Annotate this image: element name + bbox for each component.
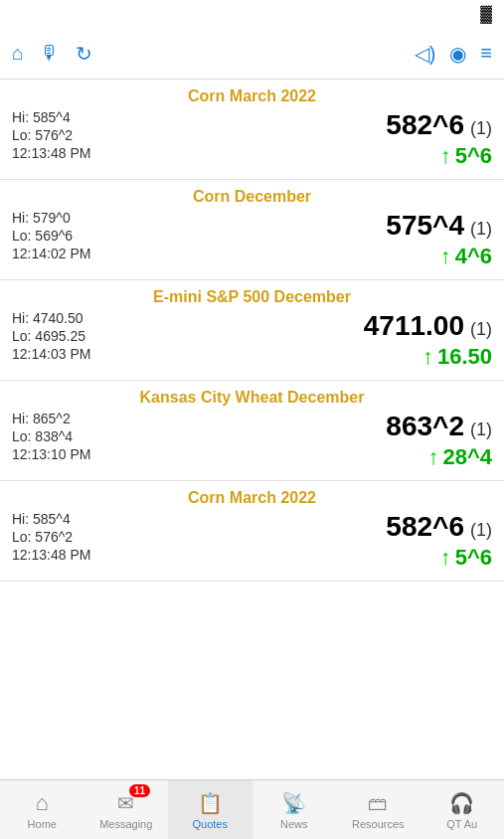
quote-left: Hi: 579^0 Lo: 569^6 12:14:02 PM <box>12 210 90 261</box>
quote-lot-count: (1) <box>470 520 492 541</box>
quote-lot-count: (1) <box>470 420 492 440</box>
nav-item-quotes[interactable]: 📋 Quotes <box>168 780 252 839</box>
resources-label: Resources <box>352 818 405 830</box>
quote-change-value: 16.50 <box>437 344 492 370</box>
header: ⌂ 🎙 ↻ ◁) ◉ ≡ <box>0 28 504 80</box>
header-right-icons: ◁) ◉ ≡ <box>415 42 492 66</box>
news-icon: 📡 <box>281 790 306 816</box>
quote-title: Kansas City Wheat December <box>12 389 492 407</box>
up-arrow-icon: ↑ <box>440 143 451 169</box>
quote-change: ↑ 5^6 <box>440 545 492 571</box>
quote-lot-count: (1) <box>470 118 492 139</box>
quote-hi: Hi: 4740.50 <box>12 310 90 326</box>
up-arrow-icon: ↑ <box>427 444 438 470</box>
refresh-icon[interactable]: ↻ <box>76 42 92 66</box>
quote-time: 12:13:10 PM <box>12 446 90 462</box>
quote-price-line: 863^2 (1) <box>386 411 492 442</box>
quote-item[interactable]: Kansas City Wheat December Hi: 865^2 Lo:… <box>0 381 504 481</box>
up-arrow-icon: ↑ <box>422 344 433 370</box>
quote-right: 863^2 (1) ↑ 28^4 <box>386 411 492 470</box>
quote-item[interactable]: Corn December Hi: 579^0 Lo: 569^6 12:14:… <box>0 180 504 280</box>
quote-item[interactable]: Corn March 2022 Hi: 585^4 Lo: 576^2 12:1… <box>0 481 504 582</box>
quote-lo: Lo: 576^2 <box>12 529 90 545</box>
quotes-icon: 📋 <box>198 790 223 816</box>
resources-icon: 🗃 <box>368 790 388 816</box>
quote-item[interactable]: Corn March 2022 Hi: 585^4 Lo: 576^2 12:1… <box>0 80 504 180</box>
quote-item[interactable]: E-mini S&P 500 December Hi: 4740.50 Lo: … <box>0 280 504 381</box>
menu-icon[interactable]: ≡ <box>480 42 492 65</box>
quote-right: 582^6 (1) ↑ 5^6 <box>386 511 492 571</box>
quote-lot-count: (1) <box>470 319 492 340</box>
messaging-label: Messaging <box>99 818 152 830</box>
quote-left: Hi: 585^4 Lo: 576^2 12:13:48 PM <box>12 109 90 161</box>
nav-item-resources[interactable]: 🗃 Resources <box>336 780 420 839</box>
nav-item-messaging[interactable]: 11 ✉ Messaging <box>84 780 169 839</box>
quote-left: Hi: 4740.50 Lo: 4695.25 12:14:03 PM <box>12 310 90 362</box>
up-arrow-icon: ↑ <box>440 244 451 269</box>
quote-left: Hi: 585^4 Lo: 576^2 12:13:48 PM <box>12 511 90 563</box>
nav-badge-messaging: 11 <box>129 784 150 797</box>
status-bar: ▓ <box>0 0 504 28</box>
quote-change-value: 28^4 <box>442 444 492 470</box>
quote-left: Hi: 865^2 Lo: 838^4 12:13:10 PM <box>12 411 90 462</box>
quote-body: Hi: 865^2 Lo: 838^4 12:13:10 PM 863^2 (1… <box>12 411 492 470</box>
battery-icon: ▓ <box>480 5 492 23</box>
home-label: Home <box>28 818 57 830</box>
speaker-icon[interactable]: ◁) <box>415 42 436 66</box>
quote-price-line: 582^6 (1) <box>386 109 492 141</box>
quote-body: Hi: 585^4 Lo: 576^2 12:13:48 PM 582^6 (1… <box>12 511 492 571</box>
quote-right: 575^4 (1) ↑ 4^6 <box>386 210 492 269</box>
quote-time: 12:14:03 PM <box>12 346 90 362</box>
quote-price: 582^6 <box>386 511 464 543</box>
news-label: News <box>280 818 308 830</box>
quote-price-line: 4711.00 (1) <box>364 310 492 342</box>
bottom-nav: ⌂ Home 11 ✉ Messaging 📋 Quotes 📡 News 🗃 … <box>0 779 504 839</box>
qt-au-icon: 🎧 <box>449 790 474 816</box>
quote-price: 575^4 <box>386 210 464 242</box>
quote-body: Hi: 579^0 Lo: 569^6 12:14:02 PM 575^4 (1… <box>12 210 492 269</box>
nav-item-news[interactable]: 📡 News <box>252 780 337 839</box>
up-arrow-icon: ↑ <box>440 545 451 571</box>
quotes-label: Quotes <box>193 818 228 830</box>
quote-hi: Hi: 585^4 <box>12 511 90 527</box>
quotes-container: Corn March 2022 Hi: 585^4 Lo: 576^2 12:1… <box>0 80 504 779</box>
quote-right: 4711.00 (1) ↑ 16.50 <box>364 310 492 370</box>
quote-change-value: 5^6 <box>455 143 492 169</box>
quote-hi: Hi: 579^0 <box>12 210 90 226</box>
quote-time: 12:14:02 PM <box>12 246 90 261</box>
quote-right: 582^6 (1) ↑ 5^6 <box>386 109 492 169</box>
nav-item-home[interactable]: ⌂ Home <box>0 780 84 839</box>
mic-icon[interactable]: 🎙 <box>40 42 60 65</box>
quote-change: ↑ 28^4 <box>427 444 492 470</box>
quote-change: ↑ 4^6 <box>440 244 492 269</box>
quote-title: Corn December <box>12 188 492 206</box>
quote-lo: Lo: 838^4 <box>12 428 90 444</box>
quote-title: E-mini S&P 500 December <box>12 288 492 306</box>
quote-hi: Hi: 865^2 <box>12 411 90 426</box>
quote-price-line: 582^6 (1) <box>386 511 492 543</box>
nav-item-qt-au[interactable]: 🎧 QT Au <box>420 780 505 839</box>
home-icon: ⌂ <box>36 790 49 816</box>
quote-price: 4711.00 <box>364 310 464 342</box>
eye-icon[interactable]: ◉ <box>449 42 466 66</box>
quote-change: ↑ 5^6 <box>440 143 492 169</box>
quote-price: 863^2 <box>386 411 464 442</box>
header-left-icons: ⌂ 🎙 ↻ <box>12 42 92 66</box>
quote-body: Hi: 4740.50 Lo: 4695.25 12:14:03 PM 4711… <box>12 310 492 370</box>
quote-change: ↑ 16.50 <box>422 344 492 370</box>
quote-lo: Lo: 4695.25 <box>12 328 90 344</box>
quote-hi: Hi: 585^4 <box>12 109 90 125</box>
quote-change-value: 5^6 <box>455 545 492 571</box>
quote-change-value: 4^6 <box>455 244 492 269</box>
quote-price-line: 575^4 (1) <box>386 210 492 242</box>
quote-price: 582^6 <box>386 109 464 141</box>
qt-au-label: QT Au <box>446 818 477 830</box>
quote-time: 12:13:48 PM <box>12 547 90 563</box>
quote-title: Corn March 2022 <box>12 87 492 105</box>
quote-body: Hi: 585^4 Lo: 576^2 12:13:48 PM 582^6 (1… <box>12 109 492 169</box>
quote-lo: Lo: 569^6 <box>12 228 90 244</box>
quote-lot-count: (1) <box>470 219 492 240</box>
quote-lo: Lo: 576^2 <box>12 127 90 143</box>
quote-time: 12:13:48 PM <box>12 145 90 161</box>
home-icon[interactable]: ⌂ <box>12 42 24 65</box>
